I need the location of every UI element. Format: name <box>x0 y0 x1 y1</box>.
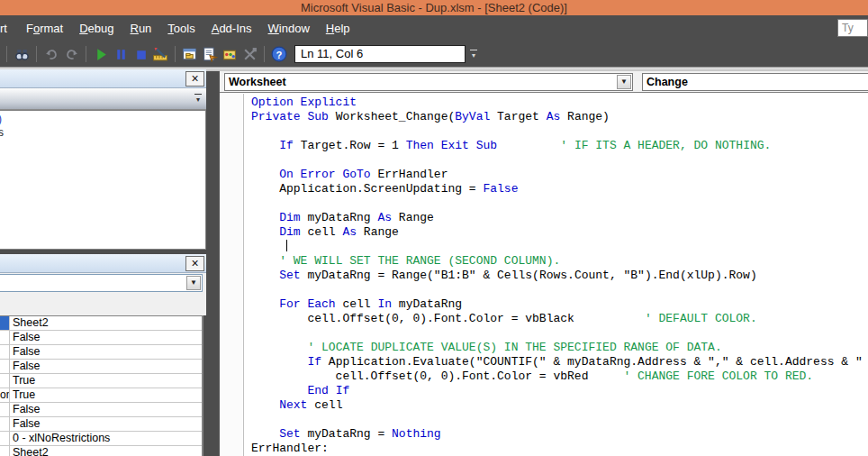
reset-icon[interactable] <box>131 45 149 63</box>
property-value-cell[interactable]: Sheet2 <box>10 316 202 330</box>
run-icon[interactable] <box>92 45 110 63</box>
help-question-box[interactable]: Ty <box>837 19 868 37</box>
property-row[interactable]: onTrue <box>0 388 202 403</box>
property-row[interactable]: False <box>0 360 202 374</box>
project-explorer-toolbar: ▾ <box>0 88 206 110</box>
properties-titlebar[interactable]: × <box>0 254 206 273</box>
property-row[interactable]: True <box>0 374 202 388</box>
properties-grid[interactable]: Sheet2FalseFalseFalseTrueonTrueFalseFals… <box>0 315 203 456</box>
code-line[interactable]: ' WE WILL SET THE RANGE (SECOND COLUMN). <box>245 254 868 269</box>
property-value-cell[interactable]: False <box>10 417 202 431</box>
code-line[interactable] <box>245 240 868 254</box>
code-line[interactable]: Option Explicit <box>245 96 868 110</box>
code-line[interactable] <box>245 124 868 139</box>
design-mode-icon[interactable] <box>151 45 169 63</box>
code-line[interactable] <box>245 153 868 168</box>
property-value-cell[interactable]: Sheet2 <box>10 446 202 456</box>
code-line[interactable]: Application.ScreenUpdating = False <box>245 182 868 196</box>
property-row[interactable]: False <box>0 331 202 345</box>
code-line[interactable]: Dim cell As Range <box>245 225 868 240</box>
procedure-dropdown[interactable]: Change <box>642 73 868 91</box>
code-line[interactable]: ErrHandler: <box>245 442 868 456</box>
code-line[interactable] <box>245 413 868 427</box>
code-margin-indicator-bar[interactable] <box>220 94 244 456</box>
properties-close-icon[interactable]: × <box>185 256 204 271</box>
procedure-dropdown-value: Change <box>646 76 688 88</box>
property-value-cell[interactable]: 0 - xlNoRestrictions <box>10 432 202 445</box>
menu-item-tools[interactable]: Tools <box>159 18 203 39</box>
property-name-cell[interactable] <box>0 432 10 445</box>
toolbox-icon <box>240 45 258 63</box>
toolbar-separator <box>264 46 265 62</box>
property-value-cell[interactable]: True <box>10 388 202 402</box>
project-explorer-titlebar[interactable]: × <box>0 69 206 88</box>
property-row[interactable]: Sheet2 <box>0 446 202 456</box>
properties-object-row: ▼ <box>0 273 206 294</box>
code-line[interactable]: Set myDataRng = Range("B1:B" & Cells(Row… <box>245 269 868 283</box>
help-icon[interactable]: ? <box>270 45 288 63</box>
code-line[interactable]: If Target.Row = 1 Then Exit Sub ' IF ITS… <box>245 139 868 153</box>
project-explorer-icon[interactable] <box>181 45 199 63</box>
property-row[interactable]: False <box>0 403 202 417</box>
tree-item-fragment[interactable]: ) <box>0 113 2 125</box>
code-line[interactable]: Next cell <box>245 398 868 413</box>
menu-item-debug[interactable]: Debug <box>71 18 122 39</box>
object-dropdown[interactable]: Worksheet ▼ <box>224 73 633 91</box>
property-row[interactable]: False <box>0 345 202 360</box>
properties-object-dropdown[interactable]: ▼ <box>0 274 203 292</box>
chevron-down-icon[interactable]: ▼ <box>617 75 631 89</box>
property-name-cell[interactable] <box>0 331 10 344</box>
property-name-cell[interactable] <box>0 374 10 388</box>
code-line[interactable]: Private Sub Worksheet_Change(ByVal Targe… <box>245 110 868 124</box>
property-name-cell[interactable] <box>0 403 10 416</box>
menu-item-add-ins[interactable]: Add-Ins <box>203 18 260 39</box>
property-name-cell[interactable] <box>0 446 10 456</box>
project-explorer-close-icon[interactable]: × <box>185 71 204 87</box>
property-row[interactable]: False <box>0 417 202 432</box>
property-name-cell[interactable] <box>0 345 10 359</box>
menu-item-insert-fragment[interactable]: rt <box>0 22 7 35</box>
property-value-cell[interactable]: False <box>10 345 202 359</box>
code-line[interactable] <box>245 196 868 211</box>
property-name-cell[interactable] <box>0 417 10 431</box>
code-dropdown-row: Worksheet ▼ Change <box>220 71 868 93</box>
code-line[interactable]: If Application.Evaluate("COUNTIF(" & myD… <box>245 355 868 369</box>
property-name-cell[interactable] <box>0 316 10 330</box>
property-value-cell[interactable]: False <box>10 331 202 344</box>
code-line[interactable] <box>245 326 868 341</box>
properties-window-icon[interactable] <box>201 45 219 63</box>
property-value-cell[interactable]: True <box>10 374 202 388</box>
project-tree[interactable]: )s <box>0 110 206 250</box>
menu-item-window[interactable]: Window <box>260 18 318 39</box>
chevron-down-icon[interactable]: ▼ <box>186 276 201 290</box>
break-icon[interactable] <box>112 45 130 63</box>
code-line[interactable]: cell.Offset(0, 0).Font.Color = vbBlack '… <box>245 312 868 326</box>
find-icon[interactable] <box>13 45 31 63</box>
toolbar-separator <box>175 46 176 62</box>
property-name-cell[interactable] <box>0 360 10 373</box>
menu-item-help[interactable]: Help <box>318 18 358 39</box>
code-editor[interactable]: Option ExplicitPrivate Sub Worksheet_Cha… <box>220 94 868 456</box>
toolbar-separator <box>86 46 86 62</box>
code-line[interactable]: End If <box>245 384 868 398</box>
property-name-cell[interactable]: on <box>0 388 10 402</box>
tree-item-fragment[interactable]: s <box>0 126 4 139</box>
property-value-cell[interactable]: False <box>10 403 202 416</box>
object-browser-icon[interactable] <box>221 45 239 63</box>
menu-item-run[interactable]: Run <box>122 18 160 39</box>
standard-toolbar: ? Ln 11, Col 6 ▾ <box>0 41 868 67</box>
toolbar-overflow-button[interactable]: ▾ <box>468 50 479 59</box>
code-line[interactable]: ' LOCATE DUPLICATE VALUE(S) IN THE SPECI… <box>245 341 868 355</box>
code-line[interactable] <box>245 283 868 297</box>
code-line[interactable]: cell.Offset(0, 0).Font.Color = vbRed ' C… <box>245 369 868 384</box>
code-line[interactable]: Set myDataRng = Nothing <box>245 427 868 442</box>
property-value-cell[interactable]: False <box>10 360 202 373</box>
menu-item-format[interactable]: Format <box>18 18 71 39</box>
code-line[interactable]: On Error GoTo ErrHandler <box>245 168 868 182</box>
code-line[interactable]: Dim myDataRng As Range <box>245 211 868 225</box>
property-row[interactable]: 0 - xlNoRestrictions <box>0 432 202 446</box>
property-row[interactable]: Sheet2 <box>0 316 202 331</box>
code-line[interactable]: For Each cell In myDataRng <box>245 297 868 312</box>
object-dropdown-value: Worksheet <box>229 76 286 88</box>
project-toolbar-overflow-button[interactable]: ▾ <box>194 94 203 104</box>
